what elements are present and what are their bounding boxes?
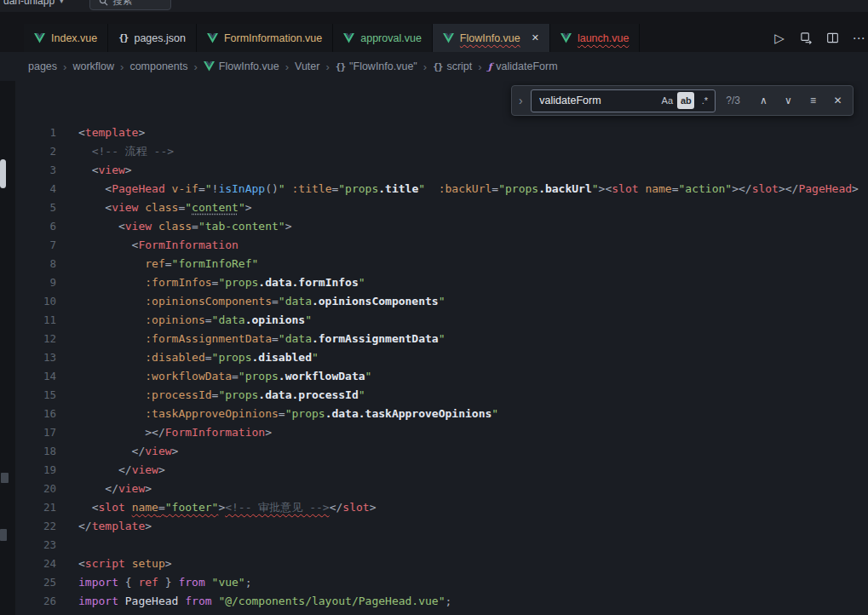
global-search-box[interactable]: 搜索 [89,0,171,10]
code-text: :taskApproveOpinions="props.data.taskApp… [78,405,498,423]
breadcrumb-label: components [129,60,187,72]
line-number[interactable]: 9 [15,273,56,292]
line-number[interactable]: 20 [15,480,56,498]
code-line[interactable]: 14 :workflowData="props.workflowData" [15,367,868,386]
code-line[interactable]: 11 :opinions="data.opinions" [15,311,868,330]
code-line[interactable]: 19 </view> [15,461,868,480]
line-number[interactable]: 25 [15,573,56,592]
tab-launch-vue[interactable]: launch.vue [550,24,640,52]
code-line[interactable]: 7 <FormInformation [15,236,868,255]
left-scrollbar-handle[interactable] [0,159,6,188]
match-case-toggle[interactable]: Aa [658,92,675,109]
code-line[interactable]: 16 :taskApproveOpinions="props.data.task… [15,405,868,423]
run-button[interactable]: ▷ [772,31,787,46]
tab-approval-vue[interactable]: approval.vue [333,24,433,52]
open-changes-icon[interactable] [798,32,813,44]
code-line[interactable]: 5 <view class="content"> [15,198,868,217]
code-text: :disabled="props.disabled" [78,348,319,367]
breadcrumb-item-vuter[interactable]: Vuter [295,60,319,72]
code-line[interactable]: 20 </view> [15,480,868,498]
vue-icon [343,33,354,43]
code-line[interactable]: 26import PageHead from "@/components/lay… [15,592,868,611]
code-line[interactable]: 17 ></FormInformation> [15,423,868,442]
code-line[interactable]: 15 :processId="props.data.processId" [15,386,868,405]
line-number[interactable]: 18 [15,442,56,461]
code-line[interactable]: 3 <view> [15,161,868,180]
line-number[interactable]: 21 [15,498,56,517]
line-number[interactable]: 13 [15,348,56,367]
breadcrumb-item-workflow[interactable]: workflow [72,60,114,72]
code-line[interactable]: 18 </view> [15,442,868,461]
code-line[interactable]: 8 ref="formInfoRef" [15,255,868,273]
breadcrumb-item-pages[interactable]: pages [28,60,57,72]
chevron-down-icon: ▾ [60,0,64,5]
line-number[interactable]: 5 [15,198,56,217]
line-number[interactable]: 23 [15,536,56,555]
tab-flowinfo-vue[interactable]: FlowInfo.vue✕ [433,24,550,52]
code-line[interactable]: 22</template> [15,517,868,536]
line-number[interactable]: 24 [15,555,56,573]
tab-index-vue[interactable]: Index.vue [24,24,108,52]
code-text: <PageHead v-if="!isInApp()" :title="prop… [78,180,859,198]
code-text: import { ref } from "vue"; [78,573,252,592]
code-line[interactable]: 23 [15,536,868,555]
code-line[interactable]: 25import { ref } from "vue"; [15,573,868,592]
breadcrumb-item-validateform[interactable]: ƒvalidateForm [488,60,558,72]
line-number[interactable]: 17 [15,423,56,442]
find-in-selection-icon[interactable]: ≡ [803,95,823,106]
breadcrumb-separator: › [63,60,66,73]
workspace-menu[interactable]: dan-uniapp ▾ [0,0,64,7]
line-number[interactable]: 11 [15,311,56,330]
editor: 1<template>2 <!-- 流程 -->3 <view>4 <PageH… [0,81,868,615]
line-number[interactable]: 6 [15,217,56,236]
line-number[interactable]: 4 [15,180,56,198]
tab-pages-json[interactable]: {}pages.json [108,24,197,52]
code-line[interactable]: 24<script setup> [15,555,868,573]
find-close-button[interactable]: ✕ [828,95,848,106]
line-number[interactable]: 1 [15,124,56,142]
line-number[interactable]: 16 [15,405,56,423]
code-line[interactable]: 13 :disabled="props.disabled" [15,348,868,367]
more-actions-icon[interactable]: ⋯ [851,31,866,46]
find-next-button[interactable]: ∨ [779,95,798,106]
line-number[interactable]: 3 [15,161,56,180]
code-line[interactable]: 9 :formInfos="props.data.formInfos" [15,273,868,292]
line-number[interactable]: 10 [15,292,56,311]
code-line[interactable]: 21 <slot name="footer"><!-- 审批意见 --></sl… [15,498,868,517]
find-input[interactable] [533,94,657,107]
find-expand-chevron[interactable]: › [515,94,526,107]
code-line[interactable]: 4 <PageHead v-if="!isInApp()" :title="pr… [15,180,868,198]
code-line[interactable]: 6 <view class="tab-content"> [15,217,868,236]
line-number[interactable]: 8 [15,255,56,273]
code-line[interactable]: 1<template> [15,124,868,142]
code-text: </template> [78,517,152,536]
breadcrumb-item-flowinfo-vue[interactable]: FlowInfo.vue [204,60,279,72]
breadcrumb-item-script[interactable]: {}script [433,60,472,72]
line-number[interactable]: 14 [15,367,56,386]
whole-word-toggle[interactable]: ab [677,92,694,109]
line-number[interactable]: 12 [15,330,56,348]
close-icon[interactable]: ✕ [532,32,539,43]
code-line[interactable]: 10 :opinionsComponents="data.opinionsCom… [15,292,868,311]
line-number[interactable]: 15 [15,386,56,405]
breadcrumb-item-flowinfo-vue[interactable]: {}"FlowInfo.vue" [336,60,417,72]
tab-forminformation-vue[interactable]: FormInformation.vue [197,24,333,52]
breadcrumb-item-components[interactable]: components [129,60,187,72]
vue-icon [207,33,218,43]
tabs: Index.vue{}pages.jsonFormInformation.vue… [24,24,640,52]
split-editor-icon[interactable] [825,32,840,44]
line-number[interactable]: 2 [15,142,56,161]
search-icon [99,0,108,6]
line-number[interactable]: 7 [15,236,56,255]
code-text: <FormInformation [78,236,239,255]
find-previous-button[interactable]: ∧ [754,95,773,106]
tab-label: approval.vue [360,32,422,44]
line-number[interactable]: 19 [15,461,56,480]
regex-toggle[interactable]: .* [696,92,713,109]
left-edge-strip [0,81,15,615]
code-text: :formAssignmentData="data.formAssignment… [78,330,445,348]
line-number[interactable]: 26 [15,592,56,611]
code-line[interactable]: 2 <!-- 流程 --> [15,142,868,161]
line-number[interactable]: 22 [15,517,56,536]
code-line[interactable]: 12 :formAssignmentData="data.formAssignm… [15,330,868,348]
